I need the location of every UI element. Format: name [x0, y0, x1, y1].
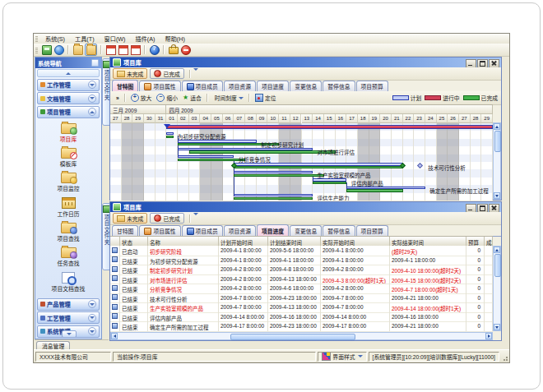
gantt-day-header[interactable]: 29 — [132, 114, 144, 123]
gantt-day-header[interactable]: 13 — [302, 114, 313, 123]
gantt-day-header[interactable]: 11 — [279, 114, 290, 123]
group-toggle-button[interactable] — [88, 108, 96, 116]
gantt-day-header[interactable]: 27 — [110, 114, 122, 123]
gantt-done-bar[interactable] — [189, 150, 336, 153]
gantt-day-header[interactable]: 09 — [257, 114, 268, 123]
gantt-done-bar[interactable] — [178, 159, 245, 161]
gantt-day-header[interactable]: 17 — [346, 114, 358, 123]
group-toggle-button[interactable] — [88, 300, 96, 308]
tab-项目属性[interactable]: 项目属性 — [139, 225, 180, 236]
gantt-day-header[interactable]: 15 — [324, 114, 336, 123]
gantt-day-header[interactable]: 21 — [392, 114, 403, 123]
sidebar-group-工作管理[interactable]: 工作管理 — [37, 79, 100, 91]
close-button[interactable] — [489, 59, 499, 68]
mail-send-button[interactable] — [130, 44, 141, 55]
menu-item[interactable]: 插件(A) — [130, 34, 160, 44]
scroll-thumb[interactable] — [230, 334, 355, 340]
help-button[interactable] — [149, 44, 160, 55]
gantt-done-bar[interactable] — [346, 189, 402, 191]
resize-grip[interactable] — [501, 353, 508, 361]
scroll-thumb[interactable] — [494, 131, 501, 152]
maximize-button[interactable] — [477, 204, 488, 213]
gantt-day-header[interactable]: 25 — [437, 114, 448, 123]
filter-unfinished-button[interactable]: 未完成 — [113, 213, 147, 224]
sidebar-item-项目库[interactable]: 项目库 — [35, 121, 101, 143]
gantt-day-header[interactable]: 08 — [245, 114, 257, 123]
gantt-day-header[interactable]: 10 — [267, 114, 279, 123]
zoom-out-button[interactable]: −缩小 — [154, 94, 180, 103]
toolbar-overflow-button[interactable]: » — [114, 94, 122, 103]
scroll-down-button[interactable] — [494, 324, 500, 330]
filter-unfinished-button[interactable]: 未完成 — [113, 68, 147, 79]
gantt-day-header[interactable]: 31 — [155, 114, 167, 123]
gantt-day-header[interactable]: 02 — [178, 114, 189, 123]
tab-项目资源[interactable]: 项目资源 — [224, 225, 256, 236]
stop-button[interactable] — [180, 44, 191, 55]
gantt-done-bar[interactable] — [234, 166, 402, 168]
gantt-day-header[interactable]: 19 — [369, 114, 381, 123]
gantt-day-header[interactable]: 18 — [358, 114, 369, 123]
sidebar-item-项目查找[interactable]: 项目查找 — [35, 220, 101, 242]
mail-button[interactable] — [105, 44, 116, 55]
filter-overflow-button[interactable] — [193, 215, 198, 221]
folder-button[interactable] — [72, 44, 83, 55]
tab-项目进度[interactable]: 项目进度 — [257, 224, 289, 236]
group-toggle-button[interactable] — [88, 81, 96, 89]
table-horizontal-scrollbar[interactable] — [110, 332, 493, 340]
gantt-day-header[interactable]: 14 — [313, 114, 324, 123]
maximize-button[interactable] — [477, 59, 488, 68]
gantt-day-header[interactable]: 12 — [290, 114, 302, 123]
minimize-button[interactable] — [466, 204, 476, 213]
sidebar-item-工作日历[interactable]: 工作日历 — [35, 195, 101, 218]
fit-button[interactable]: ★适合 — [180, 94, 204, 103]
pin-icon[interactable] — [91, 59, 99, 67]
scroll-up-button[interactable] — [494, 123, 500, 130]
sidebar-group-文档管理[interactable]: 文档管理 — [37, 92, 100, 104]
tab-暂停信息[interactable]: 暂停信息 — [323, 225, 355, 236]
gantt-vertical-scrollbar[interactable] — [493, 122, 501, 200]
gantt-day-header[interactable]: 06 — [223, 114, 234, 123]
tab-暂停信息[interactable]: 暂停信息 — [323, 81, 355, 91]
sidebar-overflow-button[interactable] — [62, 330, 77, 338]
gantt-day-header[interactable]: 22 — [403, 114, 415, 123]
group-toggle-button[interactable] — [88, 314, 96, 322]
gantt-day-header[interactable]: 29 — [481, 114, 493, 123]
tab-项目预算[interactable]: 项目预算 — [356, 81, 388, 91]
sidebar-item-任务查找[interactable]: 任务查找 — [35, 245, 101, 267]
computer-button[interactable] — [41, 44, 52, 55]
sidebar-group-产品管理[interactable]: 产品管理 — [37, 298, 100, 311]
scroll-thumb[interactable] — [494, 254, 501, 277]
gantt-day-header[interactable]: 28 — [471, 114, 482, 123]
locate-button[interactable]: 定位 — [253, 94, 279, 103]
gantt-summary-bar[interactable] — [166, 125, 493, 129]
gantt-done-bar[interactable] — [166, 136, 173, 138]
sidebar-item-项目文档查找[interactable]: 项目文档查找 — [35, 270, 101, 293]
gantt-day-header[interactable]: 01 — [166, 114, 178, 123]
tab-项目成员[interactable]: 项目成员 — [182, 225, 223, 236]
tab-项目预算[interactable]: 项目预算 — [356, 225, 388, 236]
menu-item[interactable]: 工具(T) — [70, 34, 100, 44]
gantt-day-header[interactable]: 04 — [200, 114, 211, 123]
sidebar-collapse-button[interactable] — [37, 69, 100, 77]
sidebar-group-工艺管理[interactable]: 工艺管理 — [37, 311, 100, 324]
table-vertical-scrollbar[interactable] — [493, 246, 501, 331]
gantt-day-header[interactable]: 26 — [448, 114, 459, 123]
sidebar-group-项目管理[interactable]: 项目管理 — [37, 106, 100, 118]
scroll-up-button[interactable] — [494, 247, 500, 253]
close-button[interactable] — [489, 204, 499, 213]
zoom-in-button[interactable]: +放大 — [128, 94, 155, 103]
menu-item[interactable]: 系统(S) — [40, 34, 70, 44]
table-row[interactable]: 已结束确定生产所需的加工过程2009-4-17 8:00:002009-4-23… — [110, 321, 493, 332]
filter-finished-button[interactable]: 已完成 — [150, 213, 183, 224]
gantt-day-header[interactable]: 30 — [144, 114, 155, 123]
globe-button[interactable] — [53, 44, 64, 55]
menu-item[interactable]: 帮助(H) — [160, 34, 189, 44]
group-toggle-button[interactable] — [88, 327, 96, 335]
mail-report-button[interactable] — [118, 44, 128, 55]
gantt-day-header[interactable]: 16 — [336, 114, 347, 123]
gantt-day-header[interactable]: 05 — [211, 114, 223, 123]
tab-变更信息[interactable]: 变更信息 — [290, 225, 322, 236]
gantt-day-header[interactable]: 23 — [414, 114, 425, 123]
tab-项目资源[interactable]: 项目资源 — [224, 81, 256, 91]
gantt-day-header[interactable]: 27 — [459, 114, 471, 123]
